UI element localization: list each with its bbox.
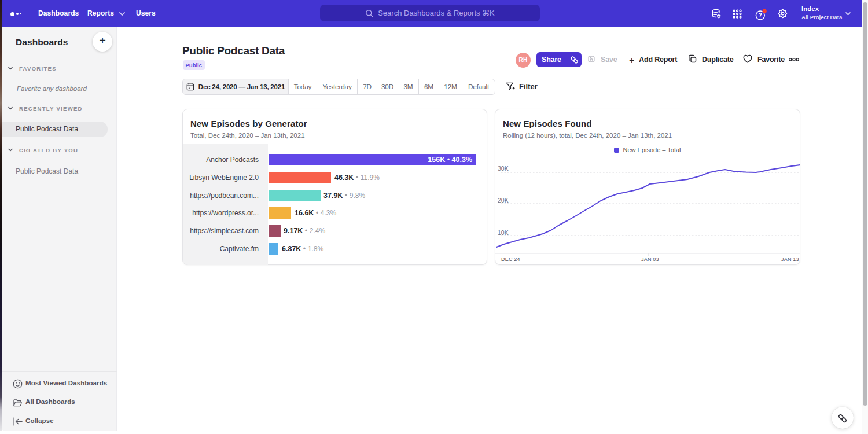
svg-text:?: ? (759, 12, 762, 19)
